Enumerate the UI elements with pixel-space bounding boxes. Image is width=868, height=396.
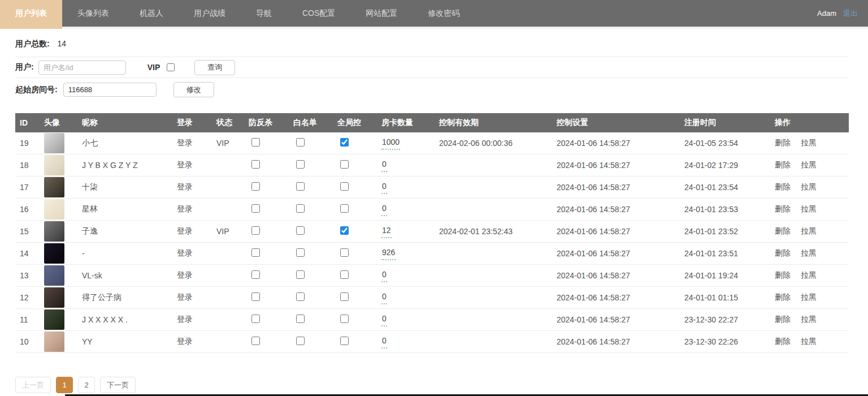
- anti-kill-checkbox[interactable]: [251, 226, 260, 235]
- anti-kill-checkbox[interactable]: [251, 292, 260, 301]
- block-link[interactable]: 拉黑: [801, 248, 817, 257]
- header-status: 状态: [212, 113, 244, 132]
- delete-link[interactable]: 删除: [775, 204, 791, 213]
- room-cards-value[interactable]: 1000: [381, 136, 400, 150]
- delete-link[interactable]: 删除: [775, 270, 791, 279]
- global-control-checkbox[interactable]: [340, 160, 349, 169]
- room-cards-value[interactable]: 0: [381, 158, 387, 172]
- cell-nickname: 小七: [77, 132, 172, 154]
- anti-kill-checkbox[interactable]: [251, 315, 260, 323]
- delete-link[interactable]: 删除: [775, 226, 791, 235]
- delete-link[interactable]: 删除: [775, 160, 791, 169]
- login-link[interactable]: 登录: [177, 248, 193, 257]
- vip-filter-checkbox[interactable]: [167, 63, 175, 71]
- delete-link[interactable]: 删除: [775, 292, 791, 302]
- global-control-checkbox[interactable]: [340, 248, 349, 257]
- delete-link[interactable]: 删除: [775, 248, 791, 257]
- next-page-button[interactable]: 下一页: [100, 377, 136, 393]
- cell-id: 13: [15, 265, 40, 287]
- block-link[interactable]: 拉黑: [801, 226, 817, 235]
- global-control-checkbox[interactable]: [340, 315, 349, 323]
- global-control-checkbox[interactable]: [340, 337, 349, 345]
- user-total-row: 用户总数: 14: [15, 29, 849, 57]
- anti-kill-checkbox[interactable]: [251, 248, 260, 257]
- block-link[interactable]: 拉黑: [801, 292, 817, 302]
- block-link[interactable]: 拉黑: [801, 160, 817, 169]
- query-button[interactable]: 查询: [194, 60, 235, 75]
- tab-user-records[interactable]: 用户战绩: [179, 0, 241, 27]
- room-cards-value[interactable]: 0: [381, 269, 387, 282]
- cell-status: [212, 243, 244, 265]
- whitelist-checkbox[interactable]: [296, 292, 305, 301]
- cell-control-validity: [435, 177, 552, 199]
- whitelist-checkbox[interactable]: [296, 204, 305, 213]
- login-link[interactable]: 登录: [177, 270, 193, 279]
- global-control-checkbox[interactable]: [340, 292, 349, 301]
- room-cards-value[interactable]: 926: [381, 247, 396, 260]
- anti-kill-checkbox[interactable]: [251, 270, 260, 279]
- anti-kill-checkbox[interactable]: [251, 204, 260, 213]
- login-link[interactable]: 登录: [177, 337, 193, 346]
- whitelist-checkbox[interactable]: [296, 226, 305, 235]
- tab-navigation[interactable]: 导航: [241, 0, 287, 27]
- block-link[interactable]: 拉黑: [801, 315, 817, 324]
- cell-login: 登录: [172, 309, 212, 331]
- whitelist-checkbox[interactable]: [296, 315, 305, 323]
- search-row: 用户: VIP 查询: [15, 57, 849, 78]
- modify-button[interactable]: 修改: [173, 82, 214, 97]
- login-link[interactable]: 登录: [177, 182, 193, 191]
- cell-whitelist: [289, 132, 333, 154]
- global-control-checkbox[interactable]: [340, 182, 349, 191]
- room-cards-value[interactable]: 0: [381, 203, 387, 216]
- global-control-checkbox[interactable]: [340, 270, 349, 279]
- cell-anti-kill: [244, 331, 289, 353]
- prev-page-button[interactable]: 上一页: [15, 377, 51, 393]
- anti-kill-checkbox[interactable]: [251, 138, 260, 147]
- login-link[interactable]: 登录: [177, 315, 193, 324]
- block-link[interactable]: 拉黑: [801, 270, 817, 279]
- delete-link[interactable]: 删除: [775, 138, 791, 147]
- whitelist-checkbox[interactable]: [296, 182, 305, 191]
- room-number-input[interactable]: [63, 83, 157, 97]
- room-cards-value[interactable]: 0: [381, 180, 387, 194]
- whitelist-checkbox[interactable]: [296, 248, 305, 257]
- tab-avatar-list[interactable]: 头像列表: [62, 0, 124, 27]
- room-cards-value[interactable]: 12: [381, 225, 392, 238]
- login-link[interactable]: 登录: [177, 226, 193, 235]
- login-link[interactable]: 登录: [177, 160, 193, 169]
- whitelist-checkbox[interactable]: [296, 337, 305, 345]
- whitelist-checkbox[interactable]: [296, 270, 305, 279]
- room-cards-value[interactable]: 0: [381, 335, 387, 348]
- whitelist-checkbox[interactable]: [296, 160, 305, 169]
- tab-change-password[interactable]: 修改密码: [413, 0, 475, 27]
- anti-kill-checkbox[interactable]: [251, 160, 260, 169]
- block-link[interactable]: 拉黑: [801, 138, 817, 147]
- login-link[interactable]: 登录: [177, 204, 193, 213]
- login-link[interactable]: 登录: [177, 138, 193, 147]
- delete-link[interactable]: 删除: [775, 315, 791, 324]
- login-link[interactable]: 登录: [177, 292, 193, 302]
- delete-link[interactable]: 删除: [775, 182, 791, 191]
- global-control-checkbox[interactable]: [340, 204, 349, 213]
- avatar: [44, 265, 64, 286]
- delete-link[interactable]: 删除: [775, 337, 791, 346]
- page-button-1[interactable]: 1: [56, 377, 73, 393]
- global-control-checkbox[interactable]: [340, 226, 349, 235]
- tab-site-config[interactable]: 网站配置: [350, 0, 413, 27]
- room-cards-value[interactable]: 0: [381, 291, 387, 304]
- logout-link[interactable]: 退出: [843, 8, 858, 19]
- room-cards-value[interactable]: 0: [381, 313, 387, 326]
- tab-user-list[interactable]: 用户列表: [0, 0, 62, 29]
- tab-cos-config[interactable]: COS配置: [287, 0, 350, 27]
- whitelist-checkbox[interactable]: [296, 138, 305, 147]
- page-button-2[interactable]: 2: [78, 377, 95, 393]
- block-link[interactable]: 拉黑: [801, 337, 817, 346]
- anti-kill-checkbox[interactable]: [251, 337, 260, 345]
- anti-kill-checkbox[interactable]: [251, 182, 260, 191]
- cell-global-control: [333, 331, 377, 353]
- block-link[interactable]: 拉黑: [801, 182, 817, 191]
- user-search-input[interactable]: [38, 61, 126, 75]
- tab-robot[interactable]: 机器人: [124, 0, 179, 27]
- global-control-checkbox[interactable]: [340, 138, 349, 147]
- block-link[interactable]: 拉黑: [801, 204, 817, 213]
